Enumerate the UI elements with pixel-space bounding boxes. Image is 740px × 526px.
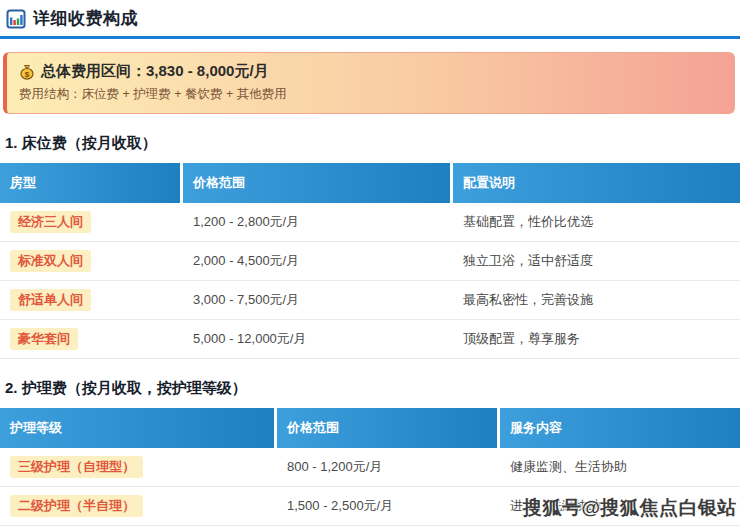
table-row: 豪华套间 5,000 - 12,000元/月 顶级配置，尊享服务 [0, 320, 740, 359]
table-header-row: 护理等级 价格范围 服务内容 [0, 408, 740, 448]
column-header-service: 服务内容 [500, 408, 740, 448]
column-header-config: 配置说明 [453, 163, 740, 203]
page-title: 详细收费构成 [33, 7, 138, 30]
column-header-room-type: 房型 [0, 163, 183, 203]
care-level-badge: 二级护理（半自理） [10, 495, 143, 517]
description-cell: 基础配置，性价比优选 [453, 203, 740, 242]
column-header-care-level: 护理等级 [0, 408, 277, 448]
room-type-badge: 标准双人间 [10, 250, 91, 272]
table-row: 经济三人间 1,200 - 2,800元/月 基础配置，性价比优选 [0, 203, 740, 242]
bed-fee-table: 房型 价格范围 配置说明 经济三人间 1,200 - 2,800元/月 基础配置… [0, 163, 740, 359]
price-cell: 1,200 - 2,800元/月 [183, 203, 453, 242]
column-header-price-range: 价格范围 [183, 163, 453, 203]
bar-chart-icon [6, 9, 26, 29]
room-type-badge: 经济三人间 [10, 211, 91, 233]
table-row: 三级护理（自理型） 800 - 1,200元/月 健康监测、生活协助 [0, 448, 740, 487]
banner-range-text: 总体费用区间：3,830 - 8,000元/月 [41, 62, 269, 81]
price-cell: 800 - 1,200元/月 [277, 448, 500, 487]
page-header: 详细收费构成 [0, 0, 740, 39]
column-header-price-range: 价格范围 [277, 408, 500, 448]
summary-banner: $ 总体费用区间：3,830 - 8,000元/月 费用结构：床位费 + 护理费… [3, 52, 735, 114]
description-cell: 健康监测、生活协助 [500, 448, 740, 487]
banner-range-line: $ 总体费用区间：3,830 - 8,000元/月 [19, 62, 722, 81]
table-row: 舒适单人间 3,000 - 7,500元/月 最高私密性，完善设施 [0, 281, 740, 320]
description-cell: 独立卫浴，适中舒适度 [453, 242, 740, 281]
table-header-row: 房型 价格范围 配置说明 [0, 163, 740, 203]
svg-text:$: $ [25, 69, 30, 78]
price-cell: 5,000 - 12,000元/月 [183, 320, 453, 359]
section-heading-bed-fee: 1. 床位费（按月收取） [5, 134, 740, 153]
price-cell: 2,000 - 4,500元/月 [183, 242, 453, 281]
description-cell: 顶级配置，尊享服务 [453, 320, 740, 359]
banner-structure-line: 费用结构：床位费 + 护理费 + 餐饮费 + 其他费用 [19, 86, 722, 103]
description-cell: 最高私密性，完善设施 [453, 281, 740, 320]
room-type-badge: 舒适单人间 [10, 289, 91, 311]
price-cell: 1,500 - 2,500元/月 [277, 487, 500, 526]
care-level-badge: 三级护理（自理型） [10, 456, 143, 478]
money-bag-icon: $ [19, 64, 35, 80]
section-heading-nursing-fee: 2. 护理费（按月收取，按护理等级） [5, 379, 740, 398]
price-cell: 3,000 - 7,500元/月 [183, 281, 453, 320]
sohu-watermark: 搜狐号@搜狐焦点白银站 [523, 495, 737, 521]
room-type-badge: 豪华套间 [10, 328, 78, 350]
table-row: 标准双人间 2,000 - 4,500元/月 独立卫浴，适中舒适度 [0, 242, 740, 281]
